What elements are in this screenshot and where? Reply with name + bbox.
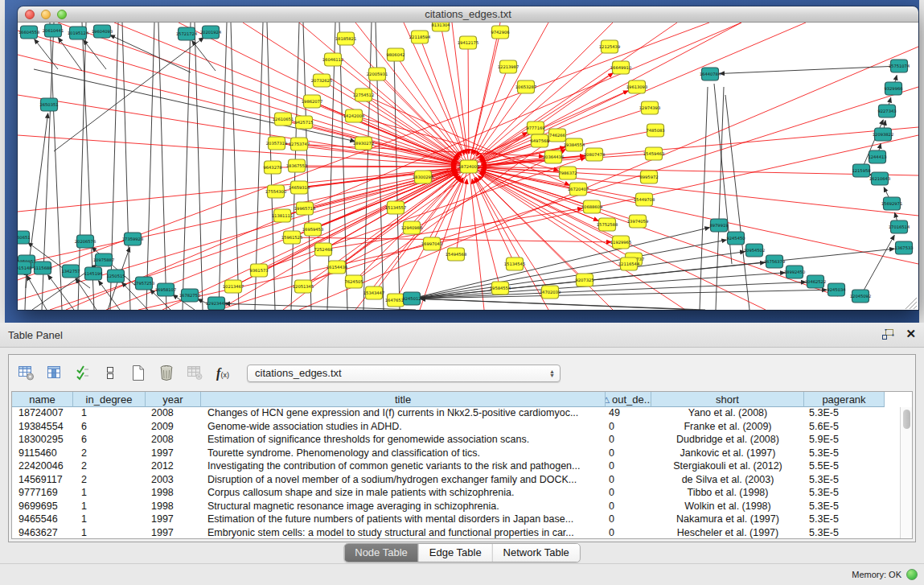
column-header-pagerank[interactable]: pagerank [804, 392, 885, 407]
memory-ok-icon[interactable] [906, 569, 918, 580]
graph-node[interactable]: 15751074 [889, 60, 910, 72]
graph-node[interactable]: 9806042 [386, 48, 405, 61]
table-options-button[interactable] [17, 365, 35, 382]
graph-node[interactable]: 9742906 [491, 26, 509, 39]
graph-node[interactable]: 1244413 [868, 150, 886, 163]
graph-node[interactable]: 9207325 [575, 274, 593, 286]
graph-node[interactable]: 17554300 [265, 185, 286, 198]
graph-node[interactable]: 9361573 [249, 264, 268, 277]
graph-node[interactable]: 11929965 [610, 236, 631, 249]
graph-node[interactable]: 20364436 [543, 150, 564, 163]
graph-node[interactable]: 11381111 [272, 209, 293, 222]
graph-node[interactable]: 6497568 [530, 134, 548, 147]
graph-node[interactable]: 18930272 [353, 137, 374, 150]
graph-node[interactable]: 15134545 [504, 257, 525, 270]
graph-node[interactable]: 10195124 [68, 27, 89, 39]
table-row[interactable]: 911546021997Tourette syndrome. Phenomeno… [12, 447, 900, 461]
tab-node-table[interactable]: Node Table [344, 544, 418, 562]
graph-node[interactable]: 19613093 [626, 80, 647, 93]
graph-node[interactable]: 12213987 [498, 60, 519, 73]
graph-node[interactable]: 12045092 [850, 290, 871, 303]
graph-node[interactable]: 20610441 [43, 24, 64, 37]
graph-node[interactable]: 17016514 [889, 220, 910, 233]
graph-node[interactable]: 12754512 [353, 89, 374, 101]
column-header-short[interactable]: short [651, 392, 804, 407]
graph-node[interactable]: 16782753 [179, 289, 200, 302]
graph-node[interactable]: 20732625 [311, 74, 332, 87]
table-row[interactable]: 2242004622012Investigating the contribut… [12, 460, 900, 474]
graph-node[interactable]: 19965718 [294, 202, 315, 215]
graph-node[interactable]: 7986372 [558, 167, 577, 179]
tab-edge-table[interactable]: Edge Table [418, 544, 492, 562]
graph-node[interactable]: 19604093 [92, 25, 113, 38]
graph-node[interactable]: 14702039 [540, 286, 561, 299]
graph-node[interactable]: 2650351 [39, 98, 58, 111]
graph-node[interactable]: 19862077 [302, 95, 322, 108]
graph-node[interactable]: 16649910 [610, 61, 631, 74]
graph-node[interactable]: 17957253 [133, 277, 154, 290]
column-header-title[interactable]: title [201, 392, 606, 407]
column-header-in-degree[interactable]: in_degree [73, 392, 146, 407]
graph-node[interactable]: 10954502 [744, 244, 765, 257]
graph-node[interactable]: 15449708 [634, 193, 655, 206]
graph-node[interactable]: 18992450 [784, 266, 805, 278]
graph-node[interactable]: 12116544 [618, 257, 640, 270]
graph-node[interactable]: 12940988 [401, 221, 422, 234]
graph-node[interactable]: 12093822 [873, 128, 893, 141]
graph-node[interactable]: 15459463 [643, 147, 664, 160]
close-panel-button[interactable]: ✕ [906, 328, 916, 340]
table-selector[interactable]: citations_edges.txt ▲ ▼ [247, 365, 561, 382]
graph-node[interactable]: 16756379 [764, 255, 785, 268]
graph-node[interactable]: 16440784 [700, 68, 721, 80]
graph-node[interactable]: 10975887 [93, 253, 114, 266]
graph-node[interactable]: 3915148 [18, 262, 32, 274]
graph-node[interactable]: 1215958 [852, 164, 870, 177]
graph-node[interactable]: 9245450 [726, 232, 745, 245]
graph-node[interactable]: 7252468 [314, 243, 332, 256]
graph-node[interactable]: 7485083 [646, 124, 664, 137]
graph-node[interactable]: 1367533 [894, 241, 913, 254]
graph-node[interactable]: 18300295 [413, 171, 433, 183]
graph-node[interactable]: 9329966 [884, 82, 902, 95]
graph-node[interactable]: 20201924 [200, 26, 222, 39]
column-header-year[interactable]: year [146, 392, 201, 407]
graph-node[interactable]: 1115688 [33, 262, 51, 274]
graph-node[interactable]: 20357319 [266, 137, 287, 150]
graph-node[interactable]: 15721724 [176, 27, 198, 40]
graph-node[interactable]: 12923448 [206, 297, 227, 310]
graph-node[interactable]: 14659316 [289, 181, 310, 194]
graph-node[interactable]: 15752588 [597, 218, 618, 231]
unselect-columns-button[interactable] [101, 365, 119, 382]
graph-node[interactable]: 10213467 [223, 280, 244, 293]
table-row[interactable]: 1830029562008Estimation of significance … [12, 434, 900, 447]
select-all-columns-button[interactable] [73, 365, 91, 382]
graph-node[interactable]: 16604558 [18, 26, 39, 39]
graph-node[interactable]: 1250515 [106, 270, 125, 282]
graph-node[interactable]: 22118594 [409, 31, 431, 43]
graph-node[interactable]: 9227343 [877, 105, 896, 117]
graph-node[interactable]: 19384554 [564, 138, 585, 151]
table-row[interactable]: 1456911722003Disruption of a novel membe… [12, 474, 900, 488]
table-row[interactable]: 946362711997Embryonic stem cells: a mode… [12, 527, 900, 539]
graph-node[interactable]: 15692971 [881, 197, 902, 210]
graph-node[interactable]: 1342757 [61, 265, 80, 278]
graph-node[interactable]: 20206576 [75, 235, 96, 248]
table-row[interactable]: 1938455462009Genome-wide association stu… [12, 421, 900, 435]
column-header-name[interactable]: name [12, 392, 73, 407]
import-table-button-disabled[interactable] [186, 365, 203, 382]
graph-node[interactable]: 9425715 [294, 116, 313, 129]
table-row[interactable]: 1872400712008Changes of HCN gene express… [12, 407, 900, 421]
float-panel-button[interactable] [882, 329, 894, 340]
graph-node[interactable]: 746266 [549, 129, 566, 142]
graph-node[interactable]: 17359928 [122, 233, 143, 245]
graph-node[interactable]: 8995972 [639, 171, 658, 183]
create-column-button[interactable] [129, 365, 147, 382]
resize-grip-icon[interactable] [906, 298, 917, 309]
graph-node[interactable]: 12974393 [639, 101, 660, 114]
graph-node[interactable]: 8131304 [431, 23, 450, 31]
graph-node[interactable]: 9643278 [263, 161, 281, 174]
network-graph-canvas[interactable]: 1872400722118594980604222005931127545121… [18, 23, 918, 310]
graph-node[interactable]: 22005931 [367, 68, 388, 80]
graph-node[interactable]: 15134557 [385, 201, 406, 214]
graph-node[interactable]: 18185821 [335, 32, 356, 45]
